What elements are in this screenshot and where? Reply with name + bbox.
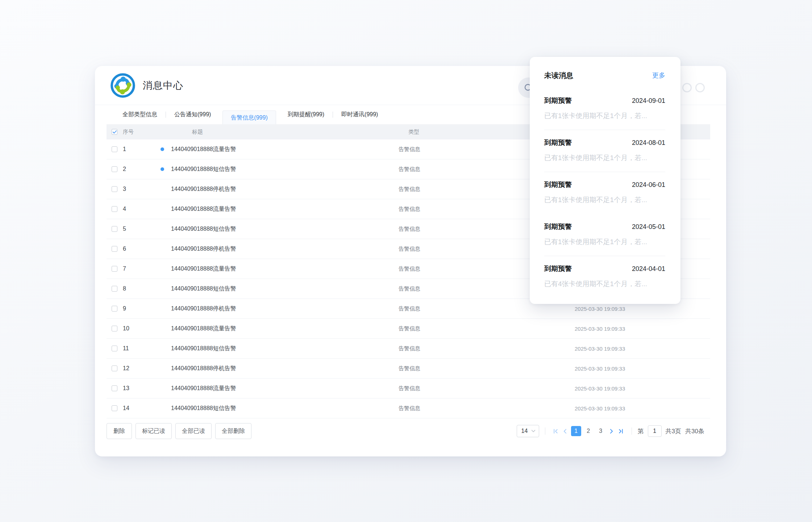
row-index: 12 bbox=[123, 365, 129, 372]
table-row[interactable]: 14 1440409018888短信告警 告警信息 2025-03-30 19:… bbox=[107, 398, 710, 418]
row-index: 2 bbox=[123, 166, 126, 172]
page-number-3[interactable]: 3 bbox=[596, 426, 606, 436]
app-logo-icon bbox=[109, 72, 136, 99]
column-header-index: 序号 bbox=[123, 129, 134, 135]
popup-item-body: 已有1张卡使用期不足1个月，若... bbox=[544, 237, 665, 247]
message-title: 1440409018888短信告警 bbox=[171, 225, 236, 233]
tab-announcements[interactable]: 公告通知(999) bbox=[167, 111, 218, 118]
first-page-icon bbox=[553, 428, 559, 434]
last-page-icon bbox=[618, 428, 624, 434]
tab-all-types[interactable]: 全部类型信息 bbox=[115, 111, 165, 118]
row-checkbox[interactable] bbox=[112, 326, 117, 331]
next-page-button[interactable] bbox=[607, 426, 616, 436]
tab-separator bbox=[166, 112, 166, 118]
first-page-button[interactable] bbox=[551, 426, 561, 436]
row-checkbox[interactable] bbox=[112, 385, 117, 391]
row-checkbox[interactable] bbox=[112, 206, 117, 212]
row-checkbox[interactable] bbox=[112, 346, 117, 351]
column-header-title: 标题 bbox=[161, 129, 399, 135]
popup-item-title: 到期预警 bbox=[544, 222, 572, 231]
tab-instant-messages[interactable]: 即时通讯(999) bbox=[334, 111, 385, 118]
message-title: 1440409018888短信告警 bbox=[171, 166, 236, 173]
header-icon-button-1[interactable] bbox=[682, 83, 692, 92]
row-checkbox[interactable] bbox=[112, 405, 117, 411]
popup-item-date: 2024-05-01 bbox=[632, 223, 665, 231]
row-index: 9 bbox=[123, 305, 126, 312]
message-time: 2025-03-30 19:09:33 bbox=[575, 405, 710, 412]
page-number-2[interactable]: 2 bbox=[583, 426, 594, 436]
unread-messages-popup: 未读消息 更多 到期预警 2024-09-01 已有1张卡使用期不足1个月，若.… bbox=[530, 57, 680, 304]
message-title: 1440409018888流量告警 bbox=[171, 325, 236, 333]
message-title: 1440409018888短信告警 bbox=[171, 285, 236, 293]
popup-title: 未读消息 bbox=[544, 71, 573, 80]
last-page-button[interactable] bbox=[616, 426, 626, 436]
message-type: 告警信息 bbox=[399, 365, 575, 372]
chevron-right-icon bbox=[608, 428, 615, 434]
tab-separator bbox=[333, 112, 333, 118]
chevron-down-icon bbox=[531, 430, 536, 433]
row-checkbox[interactable] bbox=[112, 286, 117, 292]
row-index: 7 bbox=[123, 266, 126, 272]
popup-message-item[interactable]: 到期预警 2024-09-01 已有1张卡使用期不足1个月，若... bbox=[544, 88, 665, 130]
message-time: 2025-03-30 19:09:33 bbox=[575, 366, 710, 372]
delete-button[interactable]: 删除 bbox=[107, 423, 132, 439]
row-checkbox[interactable] bbox=[112, 246, 117, 252]
unread-dot-icon bbox=[161, 167, 164, 171]
row-index: 11 bbox=[123, 345, 129, 352]
select-all-checkbox[interactable] bbox=[112, 129, 117, 135]
row-checkbox[interactable] bbox=[112, 226, 117, 232]
popup-message-item[interactable]: 到期预警 2024-06-01 已有1张卡使用期不足1个月，若... bbox=[544, 172, 665, 214]
pagination-separator bbox=[545, 427, 545, 435]
page-number-1[interactable]: 1 bbox=[571, 426, 581, 436]
mark-read-button[interactable]: 标记已读 bbox=[136, 423, 172, 439]
row-index: 6 bbox=[123, 246, 126, 252]
row-index: 8 bbox=[123, 285, 126, 292]
row-index: 1 bbox=[123, 146, 126, 153]
row-index: 5 bbox=[123, 226, 126, 232]
row-checkbox[interactable] bbox=[112, 306, 117, 312]
message-time: 2025-03-30 19:09:33 bbox=[575, 326, 710, 332]
message-title: 1440409018888短信告警 bbox=[171, 345, 236, 352]
table-row[interactable]: 11 1440409018888短信告警 告警信息 2025-03-30 19:… bbox=[107, 339, 710, 359]
row-checkbox[interactable] bbox=[112, 186, 117, 192]
row-checkbox[interactable] bbox=[112, 166, 117, 172]
page-title: 消息中心 bbox=[143, 79, 183, 92]
message-title: 1440409018888停机告警 bbox=[171, 305, 236, 313]
tab-alarm-messages[interactable]: 告警信息(999) bbox=[222, 110, 276, 124]
row-checkbox[interactable] bbox=[112, 266, 117, 272]
popup-item-body: 已有4张卡使用期不足1个月，若... bbox=[544, 279, 665, 289]
popup-message-item[interactable]: 到期预警 2024-05-01 已有1张卡使用期不足1个月，若... bbox=[544, 214, 665, 256]
popup-message-item[interactable]: 到期预警 2024-04-01 已有4张卡使用期不足1个月，若... bbox=[544, 256, 665, 298]
row-checkbox[interactable] bbox=[112, 146, 117, 152]
prev-page-button[interactable] bbox=[561, 426, 570, 436]
table-row[interactable]: 10 1440409018888流量告警 告警信息 2025-03-30 19:… bbox=[107, 319, 710, 339]
message-title: 1440409018888停机告警 bbox=[171, 365, 236, 372]
row-index: 14 bbox=[123, 405, 129, 412]
delete-all-button[interactable]: 全部删除 bbox=[215, 423, 251, 439]
table-row[interactable]: 13 1440409018888流量告警 告警信息 2025-03-30 19:… bbox=[107, 379, 710, 398]
row-index: 3 bbox=[123, 186, 126, 192]
jump-page-input[interactable]: 1 bbox=[648, 425, 662, 437]
popup-item-title: 到期预警 bbox=[544, 264, 572, 273]
message-type: 告警信息 bbox=[399, 345, 575, 352]
popup-item-body: 已有1张卡使用期不足1个月，若... bbox=[544, 111, 665, 121]
more-link[interactable]: 更多 bbox=[652, 71, 665, 80]
row-checkbox[interactable] bbox=[112, 366, 117, 371]
all-read-button[interactable]: 全部已读 bbox=[175, 423, 212, 439]
popup-message-item[interactable]: 到期预警 2024-08-01 已有1张卡使用期不足1个月，若... bbox=[544, 130, 665, 172]
popup-item-body: 已有1张卡使用期不足1个月，若... bbox=[544, 195, 665, 205]
tab-expiry-reminders[interactable]: 到期提醒(999) bbox=[280, 111, 332, 118]
row-index: 10 bbox=[123, 325, 129, 332]
page-size-select[interactable]: 14 bbox=[517, 425, 539, 437]
message-title: 1440409018888停机告警 bbox=[171, 245, 236, 253]
row-index: 4 bbox=[123, 206, 126, 212]
message-time: 2025-03-30 19:09:33 bbox=[575, 385, 710, 392]
message-title: 1440409018888短信告警 bbox=[171, 405, 236, 412]
message-title: 1440409018888停机告警 bbox=[171, 185, 236, 193]
header-icon-button-2[interactable] bbox=[695, 83, 705, 92]
table-row[interactable]: 12 1440409018888停机告警 告警信息 2025-03-30 19:… bbox=[107, 359, 710, 379]
popup-item-date: 2024-09-01 bbox=[632, 97, 665, 105]
check-icon bbox=[113, 130, 117, 134]
popup-item-date: 2024-08-01 bbox=[632, 139, 665, 147]
message-time: 2025-03-30 19:09:33 bbox=[575, 306, 710, 312]
